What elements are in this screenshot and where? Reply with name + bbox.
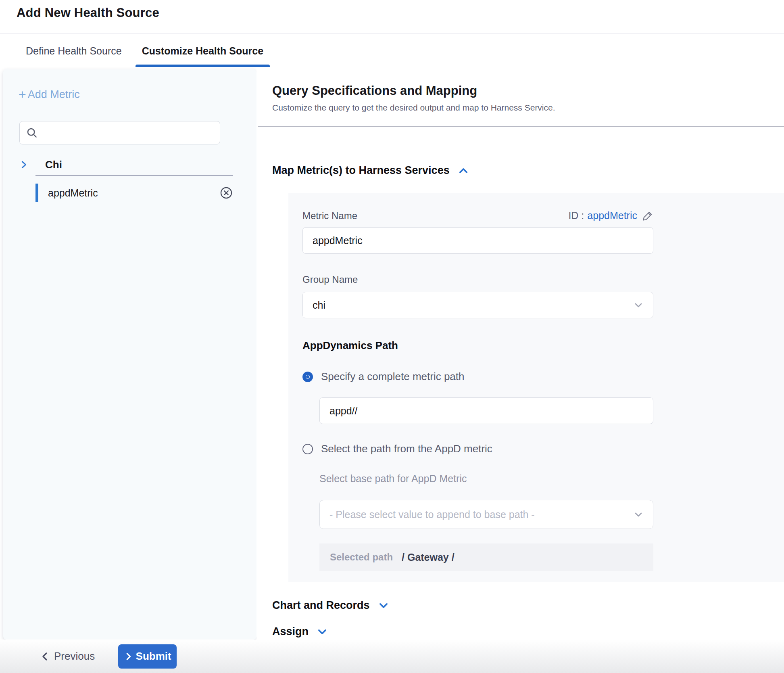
radio-unselected-icon[interactable] [302, 444, 313, 454]
page-header: Add New Health Source [0, 0, 784, 34]
group-name-select[interactable]: chi [302, 292, 653, 318]
previous-label: Previous [54, 650, 95, 663]
base-path-label: Select base path for AppD Metric [319, 473, 784, 485]
edit-pencil-icon[interactable] [642, 210, 653, 222]
id-label: ID : [568, 210, 584, 222]
sidebar-group-chi[interactable]: Chi [19, 155, 237, 174]
base-path-placeholder: - Please select value to append to base … [329, 509, 634, 520]
search-input[interactable] [19, 121, 220, 144]
tab-bar: Define Health Source Customize Health So… [0, 35, 784, 67]
group-label: Chi [45, 159, 62, 171]
appdynamics-path-title: AppDynamics Path [302, 339, 784, 352]
radio-complete-path-label: Specify a complete metric path [321, 370, 465, 383]
chevron-up-icon[interactable] [458, 165, 469, 176]
radio-select-path-label: Select the path from the AppD metric [321, 443, 492, 455]
sidebar-item-appdmetric[interactable]: appdMetric [35, 182, 233, 203]
complete-metric-path-input[interactable] [319, 397, 653, 424]
selected-path-value: / Gateway / [402, 552, 455, 563]
content-subtitle: Customize the query to get the desired o… [272, 103, 784, 113]
assign-section-toggle[interactable]: Assign [272, 625, 784, 638]
add-metric-label: Add Metric [28, 88, 80, 101]
metric-item-label: appdMetric [48, 187, 219, 199]
content-divider [258, 126, 784, 127]
tab-define-health-source[interactable]: Define Health Source [19, 35, 128, 67]
chevron-right-icon [124, 652, 133, 661]
metrics-sidebar: + Add Metric Chi appdMetric [3, 69, 256, 640]
page-title: Add New Health Source [17, 6, 159, 20]
chevron-down-icon[interactable] [378, 600, 389, 611]
chevron-down-icon [634, 510, 643, 519]
metric-mapping-panel: Metric Name ID : appdMetric Group Name c… [288, 193, 784, 582]
group-name-label: Group Name [302, 274, 358, 285]
tab-label: Define Health Source [26, 45, 122, 57]
chevron-down-icon[interactable] [317, 626, 328, 637]
selected-indicator-bar [35, 184, 38, 202]
chevron-down-icon [634, 300, 643, 310]
id-value-link[interactable]: appdMetric [587, 210, 637, 222]
chart-and-records-title: Chart and Records [272, 599, 370, 612]
chevron-right-icon [19, 160, 28, 169]
tab-label: Customize Health Source [142, 45, 263, 57]
metric-name-input[interactable] [302, 227, 653, 254]
sidebar-divider [35, 175, 233, 176]
previous-button[interactable]: Previous [40, 650, 95, 663]
selected-path-row: Selected path / Gateway / [319, 543, 653, 571]
chevron-left-icon [40, 652, 50, 661]
radio-complete-metric-path[interactable]: Specify a complete metric path [302, 370, 784, 383]
chart-and-records-section-toggle[interactable]: Chart and Records [272, 599, 784, 612]
main-content: Query Specifications and Mapping Customi… [256, 67, 784, 640]
radio-select-path-from-appd[interactable]: Select the path from the AppD metric [302, 443, 784, 455]
submit-button[interactable]: Submit [118, 644, 177, 669]
plus-icon: + [19, 88, 26, 101]
search-icon [26, 127, 38, 139]
tab-customize-health-source[interactable]: Customize Health Source [136, 35, 270, 67]
map-metrics-section-toggle[interactable]: Map Metric(s) to Harness Services [272, 164, 784, 177]
selected-path-label: Selected path [330, 552, 393, 563]
assign-title: Assign [272, 625, 309, 638]
content-title: Query Specifications and Mapping [272, 84, 784, 98]
delete-metric-icon[interactable] [219, 186, 233, 200]
map-metrics-section-title: Map Metric(s) to Harness Services [272, 164, 450, 177]
footer-bar: Previous Submit [0, 640, 784, 673]
metric-search [19, 121, 220, 144]
radio-selected-icon[interactable] [302, 372, 313, 382]
group-name-value: chi [313, 299, 634, 311]
add-metric-button[interactable]: + Add Metric [19, 88, 80, 101]
metric-name-label: Metric Name [302, 210, 357, 222]
base-path-select[interactable]: - Please select value to append to base … [319, 500, 653, 529]
submit-label: Submit [136, 650, 171, 663]
